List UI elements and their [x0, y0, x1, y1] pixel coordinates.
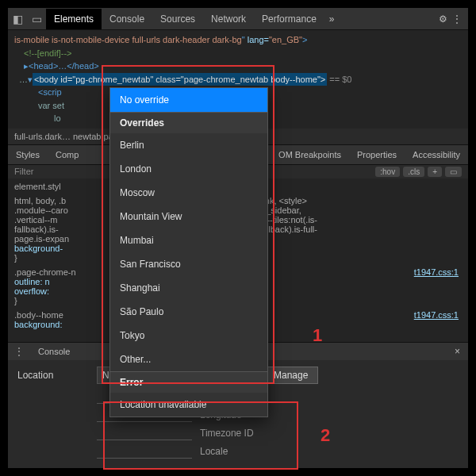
dom-head[interactable]: <head>…</head>	[29, 61, 99, 71]
dropdown-item-tokyo[interactable]: Tokyo	[110, 324, 267, 347]
device-icon[interactable]: ▭	[27, 13, 46, 25]
annotation-number-2: 2	[321, 425, 330, 446]
subtab-styles[interactable]: Styles	[8, 145, 48, 164]
dropdown-item-shanghai[interactable]: Shanghai	[110, 276, 267, 300]
subtab-dom-breakpoints[interactable]: OM Breakpoints	[271, 145, 349, 164]
dropdown-item-mumbai[interactable]: Mumbai	[110, 228, 267, 252]
drawer-menu-icon[interactable]: ⋮	[8, 346, 30, 357]
dropdown-item-san-francisco[interactable]: San Francisco	[110, 252, 267, 276]
dropdown-item-mountain-view[interactable]: Mountain View	[110, 205, 267, 228]
tab-elements[interactable]: Elements	[46, 9, 102, 29]
dom-body-selected[interactable]: <body id="pg-chrome_newtab" class="page-…	[33, 73, 327, 86]
dropdown-section-overrides: Overrides	[110, 112, 267, 133]
new-rule[interactable]: +	[428, 167, 442, 177]
locale-input[interactable]	[97, 443, 192, 459]
tab-sources[interactable]: Sources	[152, 9, 203, 29]
tab-console[interactable]: Console	[102, 9, 152, 29]
tab-performance[interactable]: Performance	[254, 9, 324, 29]
dropdown-item-berlin[interactable]: Berlin	[110, 133, 267, 157]
subtab-properties[interactable]: Properties	[349, 145, 405, 164]
location-dropdown[interactable]: No override Overrides Berlin London Mosc…	[109, 87, 268, 417]
timezone-label: Timezone ID	[200, 428, 254, 439]
timezone-input[interactable]	[97, 425, 192, 440]
cls-toggle[interactable]: .cls	[403, 167, 424, 177]
dom-classes: is-mobile is-not-mobile-device full-urls…	[14, 35, 242, 44]
dropdown-item-london[interactable]: London	[110, 157, 267, 181]
dropdown-item-other[interactable]: Other...	[110, 347, 267, 371]
kebab-icon[interactable]: ⋮	[452, 13, 462, 25]
annotation-number-1: 1	[313, 325, 322, 346]
dropdown-item-sao-paulo[interactable]: São Paulo	[110, 300, 267, 324]
gear-icon[interactable]: ⚙	[439, 13, 447, 25]
inspect-icon[interactable]: ◧	[8, 13, 27, 25]
drawer-tab-console[interactable]: Console	[30, 343, 78, 360]
subtab-computed[interactable]: Comp	[48, 145, 86, 164]
dropdown-item-unavailable[interactable]: Location unavailable	[110, 393, 267, 416]
styles-more-icon[interactable]: ▭	[445, 167, 462, 177]
manage-button[interactable]: Manage	[263, 367, 318, 384]
source-link[interactable]: t1947.css:1	[414, 310, 459, 320]
source-link[interactable]: t1947.css:1	[414, 267, 459, 277]
locale-label: Locale	[200, 446, 228, 457]
hov-toggle[interactable]: :hov	[375, 167, 400, 177]
dropdown-no-override[interactable]: No override	[110, 88, 267, 112]
tabs-overflow[interactable]: »	[324, 9, 340, 29]
tab-network[interactable]: Network	[203, 9, 254, 29]
location-label: Location	[17, 370, 89, 381]
dom-comment: <!--[endif]-->	[14, 47, 462, 60]
dropdown-section-error: Error	[110, 371, 267, 393]
drawer-close-icon[interactable]: ×	[447, 346, 468, 357]
subtab-accessibility[interactable]: Accessibility	[405, 145, 468, 164]
dropdown-item-moscow[interactable]: Moscow	[110, 181, 267, 205]
panel-tabs: Elements Console Sources Network Perform…	[46, 9, 439, 29]
